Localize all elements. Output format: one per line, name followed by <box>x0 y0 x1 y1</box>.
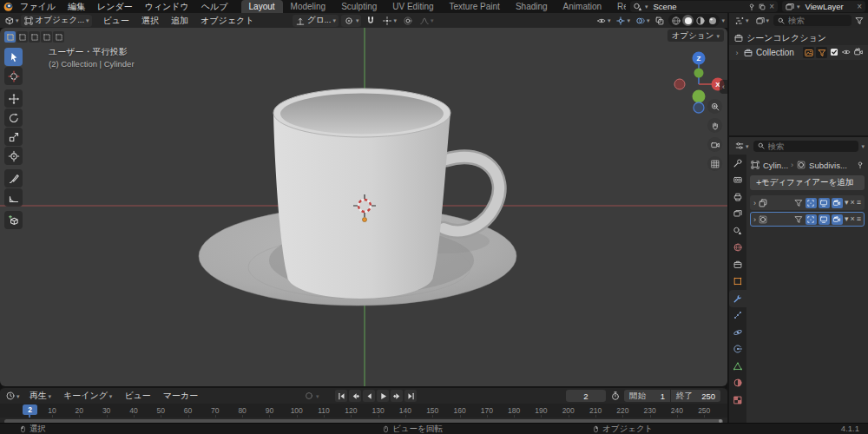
collection-row[interactable]: › Collection <box>729 45 868 60</box>
timeline-editor-button[interactable]: ▾ <box>3 390 22 402</box>
select-mode-invert[interactable] <box>41 31 52 43</box>
new-scene-icon[interactable] <box>758 3 766 11</box>
scene-collection-row[interactable]: シーンコレクション <box>729 30 868 45</box>
properties-tab-texture[interactable] <box>729 391 746 409</box>
close-icon[interactable]: × <box>856 3 863 11</box>
pb-prevkey-button[interactable] <box>349 390 361 402</box>
options-dropdown[interactable]: オプション ▾ <box>667 30 724 42</box>
workspace-tab-layout[interactable]: Layout <box>241 0 283 13</box>
sidebar-toggle[interactable]: ‹ <box>720 80 727 94</box>
select-mode-set[interactable] <box>4 31 16 43</box>
delete-modifier-icon[interactable]: × <box>850 199 854 207</box>
breadcrumb-object-label[interactable]: Cylin... <box>763 161 788 170</box>
frame-end-field[interactable]: 終了 250 <box>671 390 720 402</box>
show-viewport-button[interactable] <box>819 214 830 225</box>
ruler-label[interactable]: 230 <box>644 406 656 415</box>
proportional-edit-toggle[interactable] <box>401 15 415 27</box>
auto-keying-toggle[interactable]: ▾ <box>302 390 321 402</box>
ruler-label[interactable]: 120 <box>345 406 357 415</box>
properties-tab-particles[interactable] <box>729 307 746 325</box>
mode-selector[interactable]: オブジェク... ▾ <box>21 15 92 27</box>
properties-tab-constraints[interactable] <box>729 341 746 358</box>
snap-settings[interactable]: ▾ <box>380 15 398 27</box>
chevron-down-icon[interactable]: ▾ <box>861 143 865 149</box>
subdivision-modifier-row[interactable]: ›▾×≡ <box>750 212 865 227</box>
ruler-label[interactable]: 40 <box>129 406 137 415</box>
properties-search[interactable] <box>753 141 859 152</box>
tool-select[interactable] <box>4 48 23 66</box>
ruler-label[interactable]: 50 <box>157 406 165 415</box>
ruler-label[interactable]: 250 <box>698 406 710 415</box>
properties-tab-object-data[interactable] <box>729 358 746 375</box>
viewlayer-selector[interactable]: ▾ ViewLayer × <box>782 1 865 12</box>
frame-start-field[interactable]: 開始 1 <box>624 390 670 402</box>
tool-scale[interactable] <box>4 128 23 146</box>
tool-addcube[interactable] <box>4 211 23 229</box>
coffee-cup-object[interactable] <box>199 89 516 306</box>
ruler-label[interactable]: 30 <box>102 406 110 415</box>
ruler-label[interactable]: 160 <box>453 406 465 415</box>
ruler-label[interactable]: 220 <box>616 406 628 415</box>
shading-sh-rend[interactable] <box>707 15 718 26</box>
workspace-tab-modeling[interactable]: Modeling <box>283 0 334 13</box>
xray-toggle[interactable] <box>653 15 667 27</box>
menu-render[interactable]: レンダー <box>91 0 139 13</box>
outliner-editor-button[interactable]: ▾ <box>733 15 751 27</box>
ruler-label[interactable]: 140 <box>399 406 411 415</box>
timeline-menu-view[interactable]: ビュー <box>118 388 156 404</box>
timeline-menu-keying[interactable]: キーイング ▾ <box>57 388 118 404</box>
menu-object[interactable]: オブジェクト <box>194 13 260 28</box>
ruler-label[interactable]: 80 <box>238 406 246 415</box>
camera-view-icon[interactable] <box>707 137 722 152</box>
ruler-label[interactable]: 100 <box>291 406 303 415</box>
timeline-ruler[interactable]: 2 10203040506070809010011012013014015016… <box>0 404 727 418</box>
drag-handle-icon[interactable]: ≡ <box>857 215 861 223</box>
ruler-label[interactable]: 150 <box>426 406 438 415</box>
ruler-label[interactable]: 190 <box>535 406 547 415</box>
show-on-cage-button[interactable] <box>806 198 817 208</box>
expand-chevron-icon[interactable]: › <box>753 199 756 207</box>
tool-annotate[interactable] <box>4 169 23 187</box>
outliner-display-mode[interactable]: ▾ <box>753 15 772 27</box>
show-on-cage-button[interactable] <box>806 214 817 225</box>
breadcrumb-modifier-label[interactable]: Subdivis... <box>809 161 847 170</box>
pan-icon[interactable] <box>707 118 722 133</box>
ruler-label[interactable]: 20 <box>76 406 83 415</box>
delete-modifier-icon[interactable]: × <box>850 215 854 223</box>
timeline-menu-playback[interactable]: 再生 ▾ <box>23 388 57 404</box>
orientation-selector[interactable]: グロ... ▾ <box>293 15 339 27</box>
outliner-search[interactable] <box>773 15 852 26</box>
workspace-tab-rendering[interactable]: Rendering <box>609 0 626 13</box>
pivot-selector[interactable]: ▾ <box>341 15 362 27</box>
menu-add[interactable]: 追加 <box>165 13 194 28</box>
properties-tab-physics[interactable] <box>729 324 746 341</box>
outliner-search-input[interactable] <box>788 16 848 25</box>
shading-sh-wire[interactable] <box>670 15 681 26</box>
current-frame-field[interactable]: 2 <box>566 390 606 402</box>
properties-tab-material[interactable] <box>729 375 746 392</box>
snap-toggle[interactable] <box>364 15 378 27</box>
properties-tab-view-layer[interactable] <box>729 206 746 223</box>
tool-measure[interactable] <box>4 188 23 207</box>
workspace-tab-uv-editing[interactable]: UV Editing <box>385 0 441 13</box>
menu-select[interactable]: 選択 <box>135 13 165 28</box>
tool-transform[interactable] <box>4 147 23 165</box>
perspective-grid-icon[interactable] <box>707 156 722 171</box>
menu-help[interactable]: ヘルプ <box>195 0 234 13</box>
workspace-tab-animation[interactable]: Animation <box>556 0 609 13</box>
falloff-selector[interactable]: ▾ <box>418 15 436 27</box>
scene-selector[interactable]: ▾ Scene × <box>630 1 778 12</box>
ruler-label[interactable]: 90 <box>266 406 273 415</box>
ruler-label[interactable]: 200 <box>562 406 575 415</box>
expand-chevron-icon[interactable]: › <box>753 215 756 224</box>
menu-edit[interactable]: 編集 <box>62 0 91 13</box>
properties-search-input[interactable] <box>768 141 856 151</box>
workspace-tab-sculpting[interactable]: Sculpting <box>333 0 385 13</box>
solidify-modifier-row[interactable]: ›▾×≡ <box>750 195 865 210</box>
pin-icon[interactable] <box>747 3 756 11</box>
editor-type-button[interactable]: ▾ <box>3 15 21 27</box>
viewport-3d[interactable]: ユーザー・平行投影 (2) Collection | Cylinder オプショ… <box>0 28 727 386</box>
select-mode-subtract[interactable] <box>29 31 40 43</box>
tool-rotate[interactable] <box>4 108 23 127</box>
visibility-dropdown[interactable]: ▾ <box>595 15 613 27</box>
